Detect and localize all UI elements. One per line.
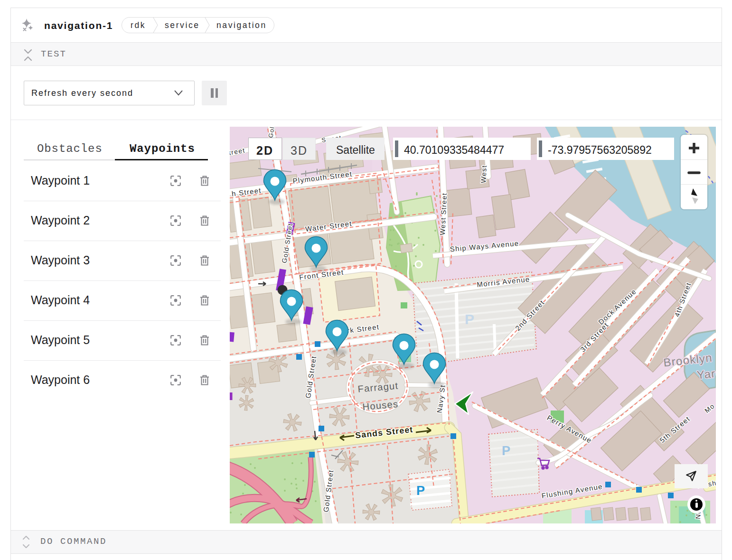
svg-text:P: P bbox=[416, 484, 425, 498]
svg-text:Yard: Yard bbox=[696, 366, 716, 382]
svg-text:P: P bbox=[465, 311, 474, 327]
svg-text:West: West bbox=[479, 165, 488, 183]
svg-text:P: P bbox=[502, 444, 510, 458]
